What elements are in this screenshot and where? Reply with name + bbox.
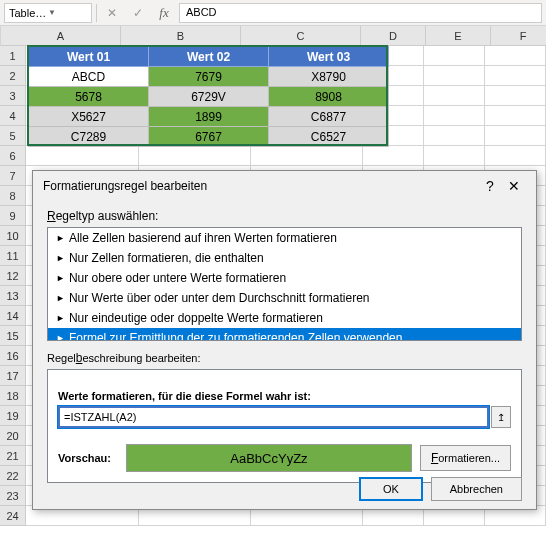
cell[interactable] — [485, 46, 546, 66]
cell[interactable] — [485, 66, 546, 86]
rule-type-item[interactable]: ►Nur obere oder untere Werte formatieren — [48, 268, 521, 288]
table-header[interactable]: Wert 02 — [149, 47, 269, 67]
col-header[interactable]: B — [121, 26, 241, 46]
cell[interactable] — [424, 46, 485, 66]
row-header[interactable]: 12 — [0, 266, 26, 286]
format-button[interactable]: Formatieren... — [420, 445, 511, 471]
col-header[interactable]: A — [1, 26, 121, 46]
cell[interactable] — [485, 106, 546, 126]
table-header[interactable]: Wert 01 — [29, 47, 149, 67]
table-cell[interactable]: X5627 — [29, 107, 149, 127]
help-button[interactable]: ? — [478, 178, 502, 194]
toolbar: Table1151... ▼ ✕ ✓ fx ABCD — [0, 0, 546, 26]
row-header[interactable]: 13 — [0, 286, 26, 306]
ok-button[interactable]: OK — [359, 477, 423, 501]
preview-label: Vorschau: — [58, 452, 118, 464]
rule-type-label: Nur eindeutige oder doppelte Werte forma… — [69, 311, 323, 325]
cell[interactable] — [363, 146, 424, 166]
arrow-icon: ► — [56, 233, 65, 243]
data-table: Wert 01Wert 02Wert 03 ABCD7679X879056786… — [28, 46, 389, 147]
dialog-title: Formatierungsregel bearbeiten — [43, 179, 478, 193]
row-header[interactable]: 2 — [0, 66, 26, 86]
dialog-titlebar[interactable]: Formatierungsregel bearbeiten ? ✕ — [33, 171, 536, 201]
row-header[interactable]: 22 — [0, 466, 26, 486]
formula-bar[interactable]: ABCD — [179, 3, 542, 23]
row-header[interactable]: 10 — [0, 226, 26, 246]
rule-type-item[interactable]: ►Nur Werte über oder unter dem Durchschn… — [48, 288, 521, 308]
preview-box: AaBbCcYyZz — [126, 444, 412, 472]
arrow-icon: ► — [56, 293, 65, 303]
cell[interactable] — [26, 146, 138, 166]
col-header[interactable]: D — [361, 26, 426, 46]
table-cell[interactable]: C7289 — [29, 127, 149, 147]
rule-type-item[interactable]: ►Alle Zellen basierend auf ihren Werten … — [48, 228, 521, 248]
cell[interactable] — [485, 86, 546, 106]
row-header[interactable]: 5 — [0, 126, 26, 146]
row-header[interactable]: 7 — [0, 166, 26, 186]
col-header[interactable]: E — [426, 26, 491, 46]
rule-type-item[interactable]: ►Nur Zellen formatieren, die enthalten — [48, 248, 521, 268]
close-button[interactable]: ✕ — [502, 178, 526, 194]
row-header[interactable]: 23 — [0, 486, 26, 506]
table-cell[interactable]: 1899 — [149, 107, 269, 127]
rule-type-label: Formel zur Ermittlung der zu formatieren… — [69, 331, 402, 341]
arrow-icon: ► — [56, 253, 65, 263]
table-cell[interactable]: 6729V — [149, 87, 269, 107]
row-header[interactable]: 24 — [0, 506, 26, 526]
divider — [96, 4, 97, 22]
cancel-button[interactable]: Abbrechen — [431, 477, 522, 501]
row-header[interactable]: 17 — [0, 366, 26, 386]
cell[interactable] — [485, 126, 546, 146]
table-cell[interactable]: 5678 — [29, 87, 149, 107]
cell[interactable] — [424, 66, 485, 86]
row-header[interactable]: 20 — [0, 426, 26, 446]
row-header[interactable]: 19 — [0, 406, 26, 426]
table-cell[interactable]: C6527 — [269, 127, 389, 147]
row-header[interactable]: 3 — [0, 86, 26, 106]
cell[interactable] — [424, 146, 485, 166]
row-header[interactable]: 21 — [0, 446, 26, 466]
table-cell[interactable]: 7679 — [149, 67, 269, 87]
rule-type-list[interactable]: ►Alle Zellen basierend auf ihren Werten … — [47, 227, 522, 341]
row-header[interactable]: 4 — [0, 106, 26, 126]
fx-icon[interactable]: fx — [153, 3, 175, 23]
table-cell[interactable]: 6767 — [149, 127, 269, 147]
col-header[interactable]: C — [241, 26, 361, 46]
row-header[interactable]: 15 — [0, 326, 26, 346]
formula-section: Werte formatieren, für die diese Formel … — [47, 369, 522, 483]
rule-type-label: Nur Zellen formatieren, die enthalten — [69, 251, 264, 265]
row-header[interactable]: 16 — [0, 346, 26, 366]
cell[interactable] — [424, 126, 485, 146]
rule-type-label: Nur Werte über oder unter dem Durchschni… — [69, 291, 370, 305]
name-box[interactable]: Table1151... ▼ — [4, 3, 92, 23]
table-cell[interactable]: 8908 — [269, 87, 389, 107]
row-header[interactable]: 14 — [0, 306, 26, 326]
arrow-icon: ► — [56, 313, 65, 323]
edit-rule-dialog: Formatierungsregel bearbeiten ? ✕ Regelt… — [32, 170, 537, 510]
rule-type-label: Alle Zellen basierend auf ihren Werten f… — [69, 231, 337, 245]
table-cell[interactable]: X8790 — [269, 67, 389, 87]
cell[interactable] — [424, 86, 485, 106]
col-header[interactable]: F — [491, 26, 546, 46]
cell[interactable] — [251, 146, 363, 166]
rule-type-item[interactable]: ►Nur eindeutige oder doppelte Werte form… — [48, 308, 521, 328]
formula-input[interactable] — [58, 406, 489, 428]
table-cell[interactable]: ABCD — [29, 67, 149, 87]
chevron-down-icon[interactable]: ▼ — [48, 8, 87, 17]
cell[interactable] — [139, 146, 251, 166]
cancel-formula-icon: ✕ — [101, 3, 123, 23]
rule-type-item[interactable]: ►Formel zur Ermittlung der zu formatiere… — [48, 328, 521, 341]
row-header[interactable]: 1 — [0, 46, 26, 66]
range-picker-icon[interactable]: ↥ — [491, 406, 511, 428]
formula-label: Werte formatieren, für die diese Formel … — [58, 390, 511, 402]
cell[interactable] — [424, 106, 485, 126]
table-header[interactable]: Wert 03 — [269, 47, 389, 67]
table-cell[interactable]: C6877 — [269, 107, 389, 127]
row-header[interactable]: 11 — [0, 246, 26, 266]
cell[interactable] — [485, 146, 546, 166]
row-header[interactable]: 18 — [0, 386, 26, 406]
row-header[interactable]: 9 — [0, 206, 26, 226]
rule-desc-label: Regelbeschreibung bearbeiten: — [47, 351, 522, 365]
row-header[interactable]: 8 — [0, 186, 26, 206]
row-header[interactable]: 6 — [0, 146, 26, 166]
